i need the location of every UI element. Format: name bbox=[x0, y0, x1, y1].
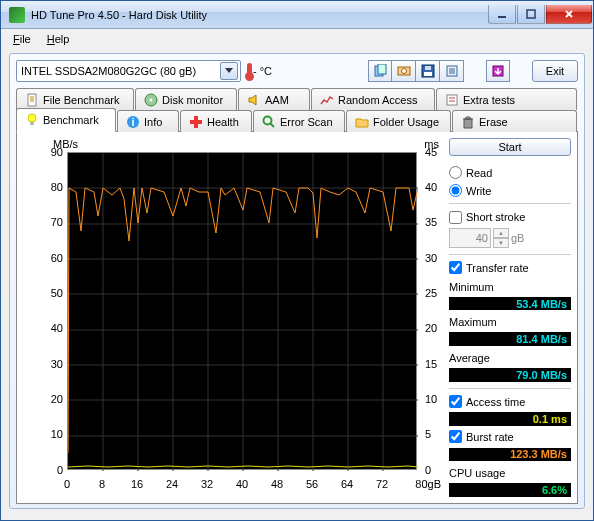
burst-rate-check[interactable]: Burst rate bbox=[449, 430, 571, 444]
svg-rect-14 bbox=[447, 95, 457, 105]
svg-rect-7 bbox=[424, 72, 432, 76]
svg-rect-1 bbox=[527, 10, 535, 18]
svg-rect-8 bbox=[425, 66, 431, 70]
side-panel: Start Read Write Short stroke 40 ▲▼ gB T… bbox=[449, 138, 571, 497]
svg-rect-11 bbox=[28, 94, 36, 106]
page-icon bbox=[25, 93, 39, 107]
menu-file[interactable]: File bbox=[5, 31, 39, 47]
tab-info[interactable]: iInfo bbox=[117, 110, 179, 132]
extra-tests-icon bbox=[445, 93, 459, 107]
tab-aam[interactable]: AAM bbox=[238, 88, 310, 110]
min-label: Minimum bbox=[449, 281, 571, 293]
tab-row-primary: Benchmark iInfo Health Error Scan Folder… bbox=[16, 110, 578, 132]
drive-dropdown-icon[interactable] bbox=[220, 62, 238, 80]
health-icon bbox=[189, 115, 203, 129]
window-title: HD Tune Pro 4.50 - Hard Disk Utility bbox=[31, 9, 487, 21]
tab-content: MB/s ms 90 80 70 60 5 bbox=[16, 131, 578, 504]
bulb-icon bbox=[25, 113, 39, 127]
avg-value: 79.0 MB/s bbox=[449, 368, 571, 382]
disk-monitor-icon bbox=[144, 93, 158, 107]
benchmark-chart: MB/s ms 90 80 70 60 5 bbox=[23, 138, 443, 498]
screenshot-button[interactable] bbox=[392, 60, 416, 82]
tab-folder-usage[interactable]: Folder Usage bbox=[346, 110, 451, 132]
tab-disk-monitor[interactable]: Disk monitor bbox=[135, 88, 237, 110]
cpu-value: 6.6% bbox=[449, 483, 571, 497]
exit-button[interactable]: Exit bbox=[532, 60, 578, 82]
minimize-button[interactable] bbox=[488, 5, 516, 24]
copy-info-button[interactable] bbox=[368, 60, 392, 82]
speaker-icon bbox=[247, 93, 261, 107]
tab-row-secondary: File Benchmark Disk monitor AAM Random A… bbox=[16, 88, 578, 110]
menubar: File Help bbox=[1, 29, 593, 49]
svg-rect-16 bbox=[30, 122, 34, 125]
tab-erase[interactable]: Erase bbox=[452, 110, 577, 132]
max-value: 81.4 MB/s bbox=[449, 332, 571, 346]
step-up-icon: ▲ bbox=[493, 228, 509, 238]
short-stroke-check[interactable]: Short stroke bbox=[449, 210, 571, 224]
tab-random-access[interactable]: Random Access bbox=[311, 88, 435, 110]
short-stroke-stepper[interactable]: 40 bbox=[449, 228, 491, 248]
options-button[interactable] bbox=[440, 60, 464, 82]
scan-icon bbox=[262, 115, 276, 129]
tab-error-scan[interactable]: Error Scan bbox=[253, 110, 345, 132]
svg-text:i: i bbox=[131, 116, 134, 128]
tab-extra-tests[interactable]: Extra tests bbox=[436, 88, 577, 110]
svg-point-15 bbox=[28, 114, 36, 122]
app-icon bbox=[9, 7, 25, 23]
avg-label: Average bbox=[449, 352, 571, 364]
svg-point-13 bbox=[150, 98, 153, 101]
svg-rect-0 bbox=[498, 16, 506, 18]
thermometer-icon bbox=[247, 63, 252, 79]
max-label: Maximum bbox=[449, 316, 571, 328]
transfer-rate-check[interactable]: Transfer rate bbox=[449, 261, 571, 275]
min-value: 53.4 MB/s bbox=[449, 297, 571, 311]
access-time-value: 0.1 ms bbox=[449, 412, 571, 426]
tab-health[interactable]: Health bbox=[180, 110, 252, 132]
x-unit: 80gB bbox=[415, 478, 441, 490]
short-stroke-value: 40 ▲▼ gB bbox=[449, 228, 571, 248]
svg-rect-3 bbox=[378, 64, 386, 74]
drive-name: INTEL SSDSA2M080G2GC (80 gB) bbox=[21, 65, 220, 77]
erase-icon bbox=[461, 115, 475, 129]
svg-point-5 bbox=[401, 69, 406, 74]
load-button[interactable] bbox=[486, 60, 510, 82]
plot-area bbox=[67, 152, 417, 470]
titlebar[interactable]: HD Tune Pro 4.50 - Hard Disk Utility bbox=[1, 1, 593, 29]
cpu-label: CPU usage bbox=[449, 467, 571, 479]
svg-point-21 bbox=[264, 116, 272, 124]
app-window: HD Tune Pro 4.50 - Hard Disk Utility Fil… bbox=[0, 0, 594, 521]
burst-rate-value: 123.3 MB/s bbox=[449, 448, 571, 462]
close-button[interactable] bbox=[546, 5, 592, 24]
random-access-icon bbox=[320, 93, 334, 107]
folder-icon bbox=[355, 115, 369, 129]
info-icon: i bbox=[126, 115, 140, 129]
svg-rect-20 bbox=[190, 120, 202, 124]
toolbar: INTEL SSDSA2M080G2GC (80 gB) - °C Exit bbox=[16, 60, 578, 82]
read-radio[interactable]: Read bbox=[449, 166, 571, 180]
menu-help[interactable]: Help bbox=[39, 31, 78, 47]
maximize-button[interactable] bbox=[517, 5, 545, 24]
drive-select[interactable]: INTEL SSDSA2M080G2GC (80 gB) bbox=[16, 60, 241, 82]
access-time-check[interactable]: Access time bbox=[449, 395, 571, 409]
step-down-icon: ▼ bbox=[493, 238, 509, 248]
write-radio[interactable]: Write bbox=[449, 184, 571, 198]
main-frame: INTEL SSDSA2M080G2GC (80 gB) - °C Exit bbox=[9, 53, 585, 509]
tab-file-benchmark[interactable]: File Benchmark bbox=[16, 88, 134, 110]
temperature-readout: - °C bbox=[247, 63, 272, 79]
tab-benchmark[interactable]: Benchmark bbox=[16, 108, 116, 132]
start-button[interactable]: Start bbox=[449, 138, 571, 156]
save-button[interactable] bbox=[416, 60, 440, 82]
